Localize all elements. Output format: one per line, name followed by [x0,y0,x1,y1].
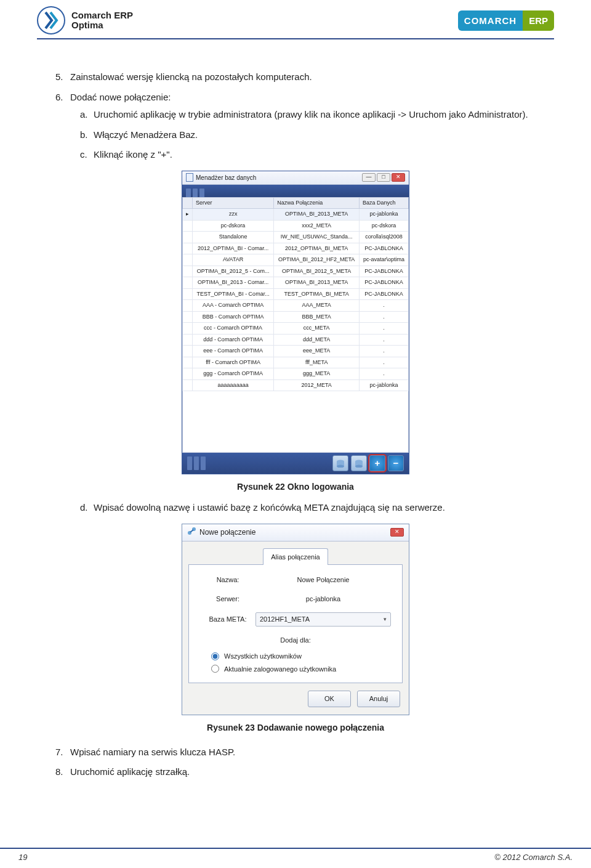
base-meta-combo[interactable]: 2012HF1_META ▾ [255,612,391,627]
step-6: 6.Dodać nowe połączenie: a.Uruchomić apl… [55,91,554,162]
cancel-button[interactable]: Anuluj [357,691,400,707]
table-row[interactable]: ccc - Comarch OPTIMAccc_META. [183,323,409,335]
server-field[interactable]: pc-jablonka [255,594,391,604]
table-row[interactable]: OPTIMA_BI_2013 - Comar...OPTIMA_BI_2013_… [183,277,409,289]
figure-23: Nowe połączenie ✕ Alias połączenia Nazwa… [37,524,554,715]
column-header: Baza Danych [360,197,409,209]
radio-current-user[interactable]: Aktualnie zalogowanego użytkownika [211,664,391,675]
ok-button[interactable]: OK [308,691,351,707]
table-row[interactable]: TEST_OPTIMA_BI - Comar...TEST_OPTIMA_BI_… [183,288,409,300]
table-row[interactable]: ddd - Comarch OPTIMAddd_META. [183,334,409,346]
page-number: 19 [18,853,27,862]
svg-line-9 [190,530,193,532]
table-row[interactable]: OPTIMA_BI_2012_5 - Com...OPTIMA_BI_2012_… [183,266,409,277]
page-footer: 19 © 2012 Comarch S.A. [0,848,591,862]
step-6b: b.Włączyć Menadżera Baz. [80,128,554,142]
close-button[interactable]: ✕ [392,173,405,182]
label-base: Baza META: [200,614,255,625]
window-new-connection: Nowe połączenie ✕ Alias połączenia Nazwa… [182,524,409,715]
window-title: Nowe połączenie [199,527,255,538]
step-8: 8.Uruchomić aplikację strzałką. [55,765,554,779]
page-header: Comarch ERP Optima COMARCH ERP [37,6,554,39]
minimize-button[interactable]: — [362,173,376,182]
db-icon-button-1[interactable] [332,455,348,471]
figure-22: Menadżer baz danych — □ ✕ ServerNazwa Po… [37,171,554,475]
table-row[interactable]: StandaloneIW_NIE_USUWAC_Standa...corolla… [183,232,409,243]
document-body: 5.Zainstalować wersję kliencką na pozost… [37,70,554,779]
add-button[interactable]: + [369,455,385,471]
label-name: Nazwa: [200,575,255,585]
remove-button[interactable]: − [388,455,404,471]
caption-23: Rysunek 23 Dodawanie nowego połączenia [37,721,554,734]
table-row[interactable]: AAA - Comarch OPTIMAAAA_META. [183,300,409,312]
db-table: ServerNazwa PołączeniaBaza Danych ▸zzxOP… [182,197,409,392]
name-field[interactable]: Nowe Połączenie [255,575,391,585]
step-7: 7.Wpisać namiary na serwis klucza HASP. [55,745,554,760]
table-row[interactable]: ▸zzxOPTIMA_BI_2013_METApc-jablonka [183,209,409,221]
caption-22: Rysunek 22 Okno logowania [37,481,554,493]
label-server: Serwer: [200,594,255,604]
copyright: © 2012 Comarch S.A. [494,853,573,862]
close-button[interactable]: ✕ [390,528,404,537]
tab-alias[interactable]: Alias połączenia [263,548,328,566]
step-6c: c.Kliknąć ikonę z "+". [80,148,554,162]
step-6d: d.Wpisać dowolną nazwę i ustawić bazę z … [80,501,554,515]
table-row[interactable]: fff - Comarch OPTIMAfff_META. [183,357,409,368]
toolbar [182,185,409,197]
column-header: Nazwa Połączenia [274,197,360,209]
window-title: Menadżer baz danych [196,173,256,182]
window-db-manager: Menadżer baz danych — □ ✕ ServerNazwa Po… [182,171,409,475]
logo-left: Comarch ERP Optima [37,6,133,34]
app-icon [186,173,193,182]
chevron-down-icon: ▾ [384,615,387,624]
connection-icon [187,527,196,538]
logo-right-badge: COMARCH ERP [458,10,554,31]
table-row[interactable]: pc-dskoraxxx2_METApc-dskora [183,220,409,232]
db-icon-button-2[interactable] [351,455,367,471]
step-5: 5.Zainstalować wersję kliencką na pozost… [55,70,554,84]
step-6a: a.Uruchomić aplikację w trybie administr… [80,108,554,122]
table-row[interactable]: aaaaaaaaaa2012_METApc-jablonka [183,379,409,391]
radio-all-users[interactable]: Wszystkich użytkowników [211,651,391,662]
table-row[interactable]: ggg - Comarch OPTIMAggg_META. [183,368,409,380]
label-add-for: Dodaj dla: [200,635,391,646]
column-header: Server [193,197,274,209]
logo-text: Comarch ERP Optima [71,10,133,31]
table-row[interactable]: AVATAROPTIMA_BI_2012_HF2_METApc-avatar\o… [183,254,409,266]
column-header [183,197,193,209]
table-row[interactable]: 2012_OPTIMA_BI - Comar...2012_OPTIMA_BI_… [183,243,409,254]
table-row[interactable]: BBB - Comarch OPTIMABBB_META. [183,311,409,323]
maximize-button[interactable]: □ [377,173,390,182]
table-row[interactable]: eee - Comarch OPTIMAeee_META. [183,346,409,357]
logo-icon [37,6,65,34]
